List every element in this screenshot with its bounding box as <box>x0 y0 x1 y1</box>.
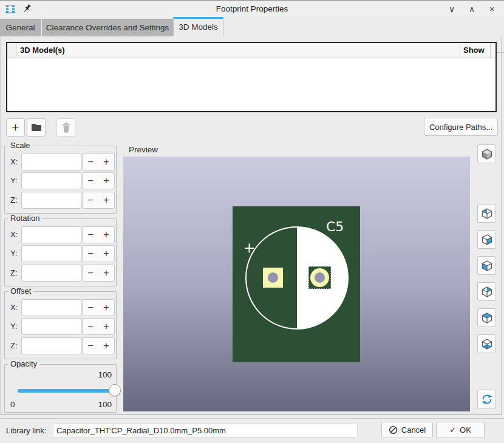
offset-group-title: Offset <box>8 286 33 296</box>
plus-icon: + <box>12 120 19 135</box>
view-left-cube-icon <box>480 207 494 220</box>
spin-down-button[interactable]: − <box>83 265 98 281</box>
scale-y-spinner: − + <box>82 172 115 189</box>
model-table-header: 3D Model(s) Show <box>7 43 495 58</box>
panel-border-bottom <box>1 414 502 415</box>
spin-up-button[interactable]: + <box>98 338 114 354</box>
browse-model-button[interactable] <box>27 118 46 137</box>
view-bottom-button[interactable] <box>477 334 496 353</box>
view-right-cube-icon <box>480 233 494 246</box>
offset-z-label: Z: <box>10 337 21 354</box>
view-back-button[interactable] <box>477 282 496 301</box>
panel-border-left <box>1 36 1 415</box>
opacity-slider-handle[interactable] <box>109 384 121 396</box>
window-title: Footprint Properties <box>0 4 504 13</box>
scale-z-label: Z: <box>10 192 21 209</box>
add-model-button[interactable]: + <box>6 118 25 137</box>
spin-down-button[interactable]: − <box>83 192 98 208</box>
rotation-y-spinner: − + <box>82 245 115 262</box>
offset-y-spinner: − + <box>82 318 115 335</box>
spin-up-button[interactable]: + <box>98 192 114 208</box>
rotation-y-label: Y: <box>10 245 21 262</box>
scale-x-input[interactable] <box>21 154 81 171</box>
column-header-3d-models: 3D Model(s) <box>16 43 460 58</box>
rotation-y-input[interactable] <box>21 245 81 262</box>
opacity-value: 100 <box>98 370 112 379</box>
preview-label: Preview <box>129 145 158 154</box>
ok-label: OK <box>460 425 471 435</box>
pad-2 <box>263 268 283 288</box>
view-right-button[interactable] <box>477 230 496 249</box>
spin-down-button[interactable]: − <box>83 338 98 354</box>
tab-clearance-overrides[interactable]: Clearance Overrides and Settings <box>42 19 173 36</box>
spin-up-button[interactable]: + <box>98 154 114 170</box>
opacity-slider[interactable] <box>18 388 113 393</box>
offset-x-label: X: <box>10 299 21 316</box>
view-front-cube-icon <box>480 259 494 272</box>
spin-up-button[interactable]: + <box>98 246 114 262</box>
model-table-body[interactable] <box>7 58 495 111</box>
offset-group: Offset X: − + Y: − + Z: − + <box>4 291 117 359</box>
footprint-properties-dialog: Footprint Properties ∨ ∧ × General Clear… <box>0 0 504 443</box>
spin-up-button[interactable]: + <box>98 319 114 334</box>
cancel-button[interactable]: Cancel <box>381 422 433 438</box>
scale-y-label: Y: <box>10 172 21 189</box>
rotation-z-spinner: − + <box>82 265 115 282</box>
spin-up-button[interactable]: + <box>98 300 114 316</box>
view-top-button[interactable] <box>477 308 496 327</box>
spin-down-button[interactable]: − <box>83 300 98 316</box>
opacity-max-label: 100 <box>98 400 112 409</box>
cancel-label: Cancel <box>401 425 426 435</box>
maximize-button[interactable]: ∧ <box>466 3 478 15</box>
check-icon: ✓ <box>449 425 456 435</box>
spin-down-button[interactable]: − <box>83 227 98 243</box>
tab-general[interactable]: General <box>0 19 41 36</box>
spin-down-button[interactable]: − <box>83 319 98 334</box>
close-button[interactable]: × <box>486 3 498 15</box>
view-front-button[interactable] <box>477 256 496 275</box>
scale-group-title: Scale <box>8 141 33 150</box>
preview-3d-viewport[interactable]: C5 <box>123 157 470 411</box>
footprint-board: C5 <box>233 206 360 362</box>
offset-x-spinner: − + <box>82 299 115 316</box>
scale-x-label: X: <box>10 154 21 171</box>
reload-preview-button[interactable] <box>477 390 496 408</box>
view-left-button[interactable] <box>477 204 496 223</box>
pad-1-selected <box>308 266 331 289</box>
opacity-group: Opacity 100 0 100 <box>4 364 117 413</box>
offset-x-input[interactable] <box>21 299 81 316</box>
rotation-group: Rotation X: − + Y: − + Z: − + <box>4 218 117 286</box>
spin-up-button[interactable]: + <box>98 265 114 281</box>
delete-model-button[interactable] <box>56 118 75 137</box>
view-top-cube-icon <box>480 311 494 325</box>
opacity-slider-track[interactable] <box>18 389 113 393</box>
offset-y-input[interactable] <box>21 318 81 335</box>
spin-up-button[interactable]: + <box>98 173 114 189</box>
offset-z-input[interactable] <box>21 337 81 354</box>
scale-y-input[interactable] <box>21 172 81 189</box>
orthographic-projection-button[interactable] <box>477 144 496 163</box>
scale-z-input[interactable] <box>21 192 81 209</box>
folder-icon <box>30 121 43 134</box>
column-header-show: Show <box>460 43 491 58</box>
minimize-button[interactable]: ∨ <box>446 3 458 15</box>
view-bottom-cube-icon <box>480 337 494 351</box>
library-link-field[interactable] <box>53 424 358 438</box>
scale-x-spinner: − + <box>82 154 115 171</box>
spin-down-button[interactable]: − <box>83 154 98 170</box>
offset-z-spinner: − + <box>82 337 115 354</box>
scale-z-spinner: − + <box>82 192 115 209</box>
configure-paths-button[interactable]: Configure Paths... <box>424 118 498 136</box>
rotation-x-spinner: − + <box>82 226 115 243</box>
spin-down-button[interactable]: − <box>83 246 98 262</box>
orthographic-cube-icon <box>480 147 494 161</box>
rotation-x-input[interactable] <box>21 226 81 243</box>
reference-designator: C5 <box>326 219 344 234</box>
spin-up-button[interactable]: + <box>98 227 114 243</box>
spin-down-button[interactable]: − <box>83 173 98 189</box>
tab-3d-models[interactable]: 3D Models <box>173 17 223 36</box>
tab-bar: General Clearance Overrides and Settings… <box>0 17 504 36</box>
ok-button[interactable]: ✓ OK <box>436 422 485 438</box>
rotation-z-input[interactable] <box>21 265 81 282</box>
view-back-cube-icon <box>480 285 494 299</box>
